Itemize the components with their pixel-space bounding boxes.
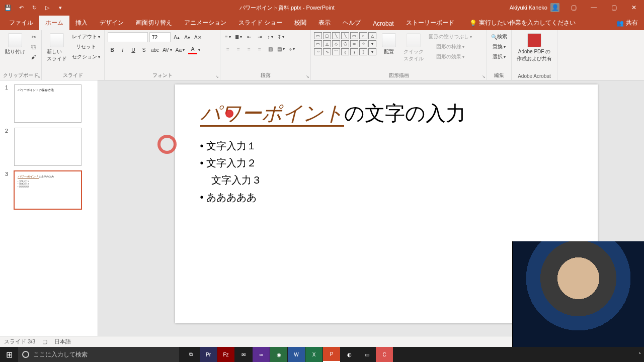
language-indicator[interactable]: 日本語 bbox=[54, 338, 71, 345]
app-powerpoint[interactable]: P bbox=[323, 347, 340, 362]
tab-help[interactable]: ヘルプ bbox=[337, 16, 367, 30]
change-case-button[interactable]: Aa bbox=[175, 45, 186, 54]
tab-transitions[interactable]: 画面切り替え bbox=[130, 16, 178, 30]
shape-outline-button[interactable]: 図形の枠線 bbox=[428, 42, 473, 51]
app-unknown2[interactable]: ▭ bbox=[358, 347, 375, 362]
app-premiere[interactable]: Pr bbox=[200, 347, 217, 362]
start-from-beginning-icon[interactable]: ▷ bbox=[43, 4, 51, 12]
quick-styles-icon bbox=[407, 33, 421, 47]
maximize-button[interactable]: ▢ bbox=[604, 0, 624, 15]
columns-button[interactable]: ▥ bbox=[266, 44, 275, 53]
app-camtasia[interactable]: C bbox=[376, 347, 393, 362]
app-filezilla[interactable]: Fz bbox=[217, 347, 234, 362]
align-left-button[interactable]: ≡ bbox=[223, 44, 232, 53]
format-painter-button[interactable]: 🖌 bbox=[29, 52, 38, 61]
qat-more-icon[interactable]: ▾ bbox=[56, 4, 64, 12]
spelling-icon[interactable]: ▢ bbox=[42, 338, 47, 345]
app-unknown1[interactable]: ◐ bbox=[341, 347, 358, 362]
app-visualstudio[interactable]: ∞ bbox=[253, 347, 270, 362]
slide-body[interactable]: 文字入力１ 文字入力２ 文字入力３ あああああ bbox=[200, 137, 573, 206]
align-right-button[interactable]: ≡ bbox=[245, 44, 254, 53]
create-pdf-button[interactable]: Adobe PDF の 作成および共有 bbox=[515, 32, 554, 63]
underline-button[interactable]: U bbox=[129, 45, 138, 54]
bullets-button[interactable]: ≡ bbox=[223, 32, 232, 41]
arrange-button[interactable]: 配置 bbox=[378, 32, 399, 56]
reset-button[interactable]: リセット bbox=[71, 42, 101, 51]
slide-counter[interactable]: スライド 3/3 bbox=[4, 338, 35, 345]
app-mail[interactable]: ✉ bbox=[235, 347, 252, 362]
line-spacing-button[interactable]: ↕ bbox=[266, 32, 275, 41]
shape-fill-button[interactable]: 図形の塗りつぶし bbox=[428, 32, 473, 41]
shadow-button[interactable]: abc bbox=[150, 45, 160, 54]
tray-chevron-icon[interactable]: ˄ bbox=[638, 352, 641, 357]
font-size-input[interactable] bbox=[149, 32, 171, 42]
app-word[interactable]: W bbox=[288, 347, 305, 362]
tab-animations[interactable]: アニメーション bbox=[178, 16, 232, 30]
increase-indent-button[interactable]: ⇥ bbox=[255, 32, 264, 41]
save-icon[interactable]: 💾 bbox=[4, 4, 12, 12]
numbering-button[interactable]: ≣ bbox=[234, 32, 243, 41]
taskbar-search[interactable]: ここに入力して検索 bbox=[18, 347, 179, 362]
task-view-button[interactable]: ⧉ bbox=[182, 347, 199, 362]
close-button[interactable]: ✕ bbox=[624, 0, 644, 15]
annotation-ring bbox=[157, 135, 177, 154]
smartart-button[interactable]: ⟐ bbox=[287, 44, 296, 53]
shape-effects-button[interactable]: 図形の効果 bbox=[428, 52, 473, 61]
clear-format-button[interactable]: A✕ bbox=[193, 33, 203, 42]
new-slide-button[interactable]: 新しい スライド bbox=[45, 32, 69, 63]
justify-button[interactable]: ≡ bbox=[255, 44, 264, 53]
select-button[interactable]: 選択 bbox=[490, 52, 508, 61]
shapes-gallery[interactable]: ▭▢╲╲▭○△ ▭△◇⬠⇨☆▾ ⌣∿⌒{}⟧▾ bbox=[314, 32, 376, 55]
minimize-button[interactable]: — bbox=[584, 0, 604, 15]
slide-title[interactable]: パワーポイントの文字の入力 bbox=[200, 100, 573, 127]
slide-thumbnail[interactable]: 3 パワーポイントの文字の入力 • 文字入力１• 文字入力２• あああああ bbox=[5, 171, 98, 209]
app-excel[interactable]: X bbox=[305, 347, 323, 362]
tab-storyboard[interactable]: ストーリーボード bbox=[400, 16, 460, 30]
tab-file[interactable]: ファイル bbox=[3, 16, 39, 30]
align-text-button[interactable]: ▤ bbox=[276, 44, 286, 53]
font-color-button[interactable]: A bbox=[187, 45, 201, 54]
italic-button[interactable]: I bbox=[118, 45, 127, 54]
find-button[interactable]: 🔍 検索 bbox=[490, 32, 508, 41]
paste-button[interactable]: 貼り付け bbox=[3, 32, 27, 56]
tab-design[interactable]: デザイン bbox=[94, 16, 130, 30]
share-icon: 👥 bbox=[616, 20, 624, 27]
ribbon-display-icon[interactable]: ▢ bbox=[564, 0, 584, 15]
undo-icon[interactable]: ↶ bbox=[17, 4, 25, 12]
increase-font-button[interactable]: A▴ bbox=[172, 33, 181, 42]
char-spacing-button[interactable]: AV bbox=[162, 45, 173, 54]
replace-button[interactable]: 置換 bbox=[490, 42, 508, 51]
user-area[interactable]: Akiyuki Kaneko 👤 bbox=[506, 3, 564, 12]
pdf-icon bbox=[527, 33, 541, 47]
tab-review[interactable]: 校閲 bbox=[288, 16, 312, 30]
slide-thumbnail[interactable]: 1 パワーポイントの保存方法 bbox=[5, 84, 98, 123]
layout-button[interactable]: レイアウト bbox=[71, 32, 101, 41]
tell-me[interactable]: 💡実行したい作業を入力してください bbox=[465, 16, 580, 30]
start-button[interactable]: ⊞ bbox=[0, 347, 18, 362]
group-editing: 🔍 検索 置換 選択 編集 bbox=[487, 30, 512, 80]
app-atom[interactable]: ◉ bbox=[270, 347, 287, 362]
quick-access-toolbar: 💾 ↶ ↻ ▷ ▾ bbox=[0, 4, 68, 12]
slide-thumbnail[interactable]: 2 bbox=[5, 128, 98, 166]
share-button[interactable]: 👥共有 bbox=[610, 16, 644, 30]
strikethrough-button[interactable]: S bbox=[139, 45, 148, 54]
tab-slideshow[interactable]: スライド ショー bbox=[232, 16, 288, 30]
copy-button[interactable]: ⿻ bbox=[29, 42, 38, 51]
section-button[interactable]: セクション bbox=[71, 52, 101, 61]
slide-thumbnails: 1 パワーポイントの保存方法 2 3 パワーポイントの文字の入力 • 文字入力１… bbox=[0, 80, 98, 338]
tab-view[interactable]: 表示 bbox=[312, 16, 337, 30]
system-tray[interactable]: ˄ bbox=[638, 352, 644, 357]
align-center-button[interactable]: ≡ bbox=[234, 44, 243, 53]
tab-acrobat[interactable]: Acrobat bbox=[367, 17, 399, 30]
decrease-indent-button[interactable]: ⇤ bbox=[245, 32, 254, 41]
tab-home[interactable]: ホーム bbox=[39, 16, 69, 30]
cut-button[interactable]: ✂ bbox=[29, 32, 38, 41]
font-family-input[interactable] bbox=[108, 32, 148, 42]
group-acrobat: Adobe PDF の 作成および共有 Adobe Acrobat bbox=[512, 30, 557, 80]
bold-button[interactable]: B bbox=[108, 45, 117, 54]
redo-icon[interactable]: ↻ bbox=[30, 4, 38, 12]
text-direction-button[interactable]: ↧ bbox=[276, 32, 285, 41]
quick-styles-button[interactable]: クイック スタイル bbox=[401, 32, 426, 63]
tab-insert[interactable]: 挿入 bbox=[69, 16, 94, 30]
decrease-font-button[interactable]: A▾ bbox=[183, 33, 192, 42]
